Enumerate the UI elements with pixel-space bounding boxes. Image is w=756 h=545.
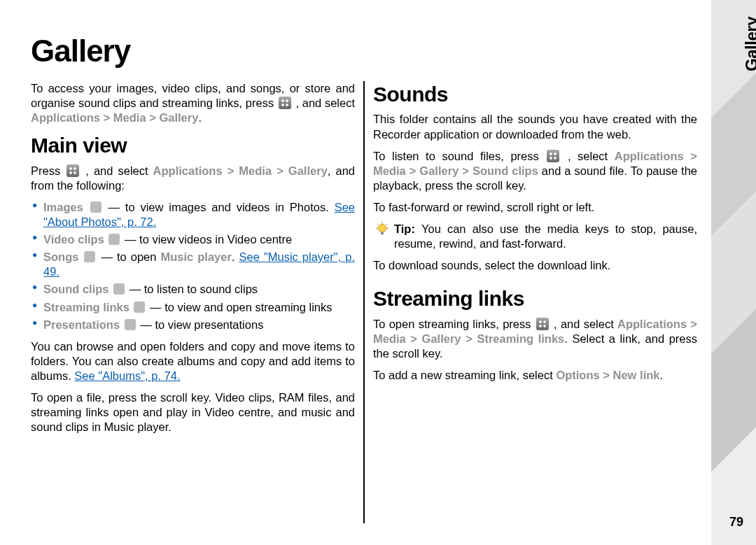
streaming-open: To open streaming links, press , and sel…	[373, 317, 697, 361]
list-item: Images — to view images and videos in Ph…	[42, 200, 355, 229]
streaming-add: To add a new streaming link, select Opti…	[373, 368, 697, 383]
list-item: Presentations — to view presentations	[42, 318, 355, 332]
left-column: To access your images, video clips, and …	[31, 81, 355, 523]
sounds-intro: This folder contains all the sounds you …	[373, 112, 697, 141]
menu-key-icon	[66, 164, 79, 177]
presentations-icon	[125, 319, 136, 330]
tip-lightbulb-icon	[374, 222, 390, 237]
images-icon	[90, 201, 102, 213]
two-column-layout: To access your images, video clips, and …	[31, 81, 697, 523]
list-item: Sound clips — to listen to sound clips	[42, 282, 355, 297]
streaming-icon	[134, 302, 145, 313]
sounds-ff: To fast-forward or rewind, scroll right …	[373, 200, 697, 215]
side-tab-background: Gallery 79	[711, 0, 756, 545]
column-divider	[363, 81, 365, 523]
sounds-download: To download sounds, select the download …	[373, 258, 697, 273]
intro-paragraph: To access your images, video clips, and …	[31, 81, 355, 125]
open-file-paragraph: To open a file, press the scroll key. Vi…	[31, 390, 355, 434]
menu-key-icon	[547, 150, 559, 162]
list-item: Video clips — to view videos in Video ce…	[42, 232, 355, 247]
list-item: Streaming links — to view and open strea…	[42, 300, 355, 315]
content-area: Gallery To access your images, video cli…	[31, 34, 697, 523]
svg-rect-1	[381, 232, 384, 235]
page-number: 79	[729, 515, 743, 530]
video-icon	[108, 234, 120, 245]
songs-icon	[84, 251, 95, 262]
svg-line-5	[377, 224, 379, 225]
manual-page: Gallery To access your images, video cli…	[0, 0, 756, 545]
main-view-lead: Press , and select Applications > Media …	[31, 164, 355, 193]
sounds-listen: To listen to sound files, press , select…	[373, 149, 697, 193]
menu-key-icon	[279, 97, 291, 109]
page-title: Gallery	[31, 34, 697, 69]
right-column: Sounds This folder contains all the soun…	[373, 81, 697, 523]
side-tab-label: Gallery	[742, 17, 756, 71]
sound-clips-icon	[113, 283, 125, 295]
list-item: Songs — to open Music player. See "Music…	[42, 250, 355, 279]
main-view-list: Images — to view images and videos in Ph…	[31, 200, 355, 332]
streaming-heading: Streaming links	[373, 285, 697, 312]
sounds-heading: Sounds	[373, 81, 697, 108]
tip-block: Tip: You can also use the media keys to …	[373, 222, 697, 251]
browse-paragraph: You can browse and open folders and copy…	[31, 339, 355, 383]
svg-point-0	[378, 225, 386, 232]
albums-link[interactable]: See "Albums", p. 74.	[74, 369, 180, 382]
main-view-heading: Main view	[31, 132, 355, 159]
svg-line-6	[386, 224, 387, 225]
menu-key-icon	[536, 318, 549, 330]
